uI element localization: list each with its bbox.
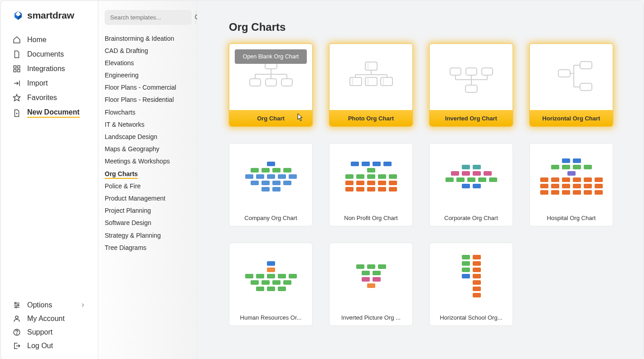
logo: smartdraw [1,10,98,29]
template-card[interactable]: Horizontal Org Chart [529,43,613,127]
template-label: Corporate Org Chart [430,210,513,226]
category-item[interactable]: Meetings & Workshops [105,155,189,168]
svg-point-5 [15,302,16,304]
template-card[interactable]: Horizontal School Org... [429,243,513,326]
svg-point-8 [15,316,18,319]
template-label: Org Chart [229,110,312,126]
sidebar-bottom: Options My Account Support Log Out [1,298,98,353]
sidebar: smartdraw Home Documents Integrations Im… [1,1,98,359]
category-item[interactable]: Software Design [105,217,189,229]
category-item[interactable]: Floor Plans - Commercial [105,81,189,94]
template-preview [430,144,513,210]
sidebar-item-support[interactable]: Support [1,325,98,339]
search-row [105,10,189,25]
logout-icon [13,342,21,350]
support-icon [13,328,21,336]
import-icon [13,79,21,87]
svg-rect-2 [14,70,16,72]
template-preview [229,243,312,309]
star-icon [13,94,21,102]
category-item[interactable]: Floor Plans - Residential [105,94,189,106]
template-label: Horizontal Org Chart [530,110,613,126]
template-preview [530,144,613,210]
svg-rect-43 [580,62,592,69]
template-card[interactable]: Human Resources Or... [229,243,313,326]
sidebar-item-my-account[interactable]: My Account [1,312,98,325]
sidebar-item-label: Favorites [27,94,57,102]
template-preview: Open Blank Org Chart [229,44,312,110]
sidebar-item-options[interactable]: Options [1,298,98,312]
svg-rect-46 [558,70,570,77]
template-card[interactable]: Corporate Org Chart [429,143,513,226]
search-input[interactable] [105,10,192,25]
category-item[interactable]: Org Charts [105,168,189,180]
category-item[interactable]: Landscape Design [105,131,189,143]
integrations-icon [13,65,21,73]
template-label: Inverted Org Chart [430,110,513,126]
category-item[interactable]: IT & Networks [105,118,189,130]
template-label: Human Resources Or... [229,309,312,325]
sidebar-item-label: Log Out [27,342,53,350]
svg-rect-19 [250,79,261,86]
home-icon [13,36,21,44]
document-icon [13,50,21,58]
svg-rect-26 [350,77,362,86]
category-item[interactable]: Tree Diagrams [105,241,189,254]
template-card[interactable]: Non Profit Org Chart [329,143,413,226]
sidebar-item-label: Options [27,301,52,309]
account-icon [13,315,21,323]
category-item[interactable]: Project Planning [105,205,189,217]
template-preview [430,243,513,309]
svg-marker-4 [14,95,20,101]
new-doc-icon [13,109,21,117]
template-card[interactable]: Open Blank Org ChartOrg Chart [229,43,313,127]
category-item[interactable]: Maps & Geography [105,143,189,155]
svg-rect-0 [14,66,16,68]
category-item[interactable]: Product Management [105,192,189,204]
sidebar-item-home[interactable]: Home [1,33,98,47]
open-blank-badge[interactable]: Open Blank Org Chart [235,49,307,64]
svg-rect-1 [18,66,20,68]
svg-rect-30 [381,77,392,86]
category-item[interactable]: Police & Fire [105,180,189,192]
options-icon [13,301,21,309]
svg-point-6 [18,305,19,306]
template-preview [430,44,513,110]
template-card[interactable]: Inverted Org Chart [429,43,513,127]
template-label: Photo Org Chart [329,110,412,126]
sidebar-item-label: Documents [27,50,64,58]
template-card[interactable]: Company Org Chart [229,143,313,226]
template-card[interactable]: Hospital Org Chart [529,143,613,226]
category-item[interactable]: CAD & Drafting [105,44,189,57]
sidebar-item-label: My Account [27,315,65,323]
category-list: Brainstorming & IdeationCAD & DraftingEl… [105,32,189,254]
sidebar-item-import[interactable]: Import [1,76,98,91]
main-area: Org Charts Open Blank Org ChartOrg Chart… [197,1,643,359]
sidebar-nav: Home Documents Integrations Import Favor… [1,29,98,298]
category-item[interactable]: Elevations [105,57,189,69]
category-item[interactable]: Flowcharts [105,106,189,118]
template-label: Hospital Org Chart [530,210,613,226]
category-item[interactable]: Engineering [105,69,189,81]
template-card[interactable]: Inverted Picture Org ... [329,243,413,326]
sidebar-item-new-document[interactable]: New Document [1,105,98,121]
svg-rect-28 [365,77,377,86]
sidebar-item-label: New Document [27,108,80,118]
sidebar-item-integrations[interactable]: Integrations [1,62,98,76]
sidebar-item-label: Integrations [27,65,65,73]
sidebar-item-documents[interactable]: Documents [1,47,98,62]
template-preview [329,243,412,309]
sidebar-item-favorites[interactable]: Favorites [1,91,98,105]
svg-rect-21 [281,79,292,86]
sidebar-item-log-out[interactable]: Log Out [1,339,98,353]
template-grid: Open Blank Org ChartOrg Chart Photo Org … [229,43,611,326]
svg-point-10 [16,334,17,334]
category-item[interactable]: Brainstorming & Ideation [105,32,189,44]
category-column: Brainstorming & IdeationCAD & DraftingEl… [98,1,197,359]
sidebar-item-label: Import [27,79,48,87]
template-card[interactable]: Photo Org Chart [329,43,413,127]
app-shell: smartdraw Home Documents Integrations Im… [1,1,643,359]
svg-rect-41 [466,68,477,75]
category-item[interactable]: Strategy & Planning [105,229,189,241]
logo-icon [13,10,24,21]
